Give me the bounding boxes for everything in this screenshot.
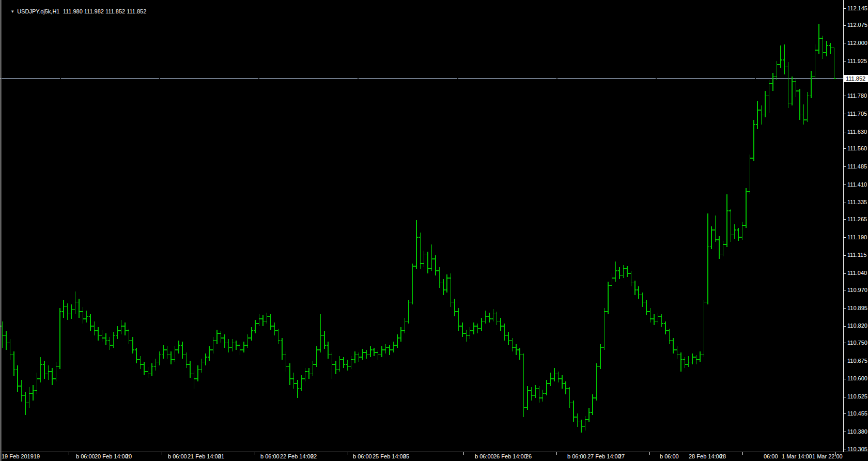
price-label: 110.600 (847, 375, 868, 382)
price-label: 111.410 (847, 181, 868, 188)
ohlc-readout: 111.980 111.982 111.852 111.852 (63, 8, 147, 14)
bid-line-notch (60, 78, 61, 79)
bid-line-notch (656, 78, 657, 79)
time-label: 22 Feb 14:00 (280, 453, 314, 460)
price-label: 111.925 (847, 58, 868, 65)
bid-line-notch (556, 78, 557, 79)
price-label: 110.895 (847, 305, 868, 312)
chart-window: ▼USDJPY.oj5k,H1 111.980 111.982 111.852 … (0, 0, 868, 461)
time-label: 20 (126, 453, 132, 460)
time-label: 28 Feb 14:00 (689, 453, 722, 460)
time-label: 27 Feb 14:00 (587, 453, 621, 460)
time-label: 1 Mar 22:00 (812, 453, 843, 460)
bid-line-notch (159, 78, 160, 79)
time-label: 26 (525, 453, 532, 460)
current-price-tag: 111.852 (844, 75, 868, 82)
time-label: 20 Feb 14:00 (95, 453, 128, 460)
symbol-marker-icon: ▼ (10, 9, 14, 14)
price-label: 110.525 (847, 393, 868, 400)
time-label: b 06:00 (260, 453, 280, 460)
time-label: 19 (34, 453, 40, 460)
price-label: 110.455 (847, 410, 868, 417)
ohlc-bars (1, 24, 836, 433)
price-label: 111.485 (847, 163, 868, 170)
price-label: 111.780 (847, 93, 868, 99)
time-label: 27 (618, 453, 625, 460)
price-label: 111.265 (847, 216, 868, 223)
bid-line-notch (358, 78, 359, 79)
price-label: 110.675 (847, 358, 868, 364)
time-label: 21 Feb 14:00 (188, 453, 221, 460)
symbol-label: USDJPY.oj5k,H1 (17, 8, 59, 14)
window-left-border-shadow (1, 0, 2, 461)
time-label: b 06:00 (353, 453, 372, 460)
time-label: 28 (720, 453, 726, 460)
chart-header: ▼USDJPY.oj5k,H1 111.980 111.982 111.852 … (4, 2, 146, 9)
price-label: 112.075 (847, 22, 868, 28)
price-label: 110.970 (847, 287, 868, 294)
time-label: 06:00 (764, 453, 778, 460)
price-label: 111.040 (847, 270, 868, 276)
time-label: 1 Mar 14:00 (782, 453, 812, 460)
time-label: b 06:00 (567, 453, 586, 460)
price-label: 110.380 (847, 428, 868, 435)
time-label: 19 Feb 2019 (2, 453, 34, 460)
price-label: 111.335 (847, 199, 868, 206)
time-label: b 06:00 (168, 453, 187, 460)
price-label: 111.705 (847, 111, 868, 117)
price-label: 111.630 (847, 129, 868, 135)
time-label: b 06:00 (475, 453, 494, 460)
time-label: 22 (311, 453, 317, 460)
price-label: 110.305 (847, 446, 868, 453)
bid-line-notch (457, 78, 458, 79)
price-label: 110.750 (847, 340, 868, 346)
price-label: 112.000 (847, 40, 868, 47)
time-label: b 06:00 (76, 453, 95, 460)
bid-line-notch (755, 78, 756, 79)
price-label: 111.115 (847, 252, 868, 258)
price-label: 111.190 (847, 234, 868, 241)
time-label: 25 (403, 453, 409, 460)
time-label: 21 (218, 453, 224, 460)
price-chart-canvas[interactable] (0, 0, 868, 461)
time-label: 26 Feb 14:00 (493, 453, 527, 460)
bid-line-notch (258, 78, 259, 79)
window-left-border (0, 0, 1, 461)
time-label: 25 Feb 14:00 (373, 453, 406, 460)
price-label: 110.820 (847, 322, 868, 329)
price-label: 112.145 (847, 5, 868, 12)
current-price-label: 111.852 (846, 75, 865, 82)
time-label: b 06:00 (660, 453, 679, 460)
price-label: 111.560 (847, 145, 868, 152)
